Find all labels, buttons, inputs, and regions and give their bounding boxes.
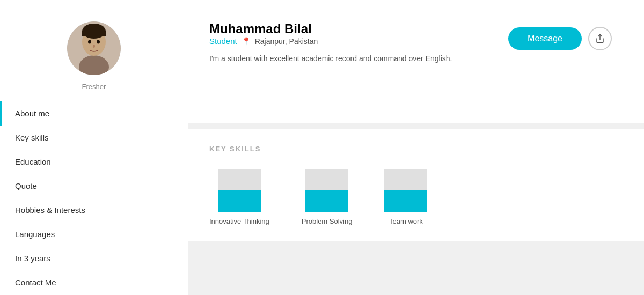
- skill-fill-problem: [305, 190, 348, 212]
- skill-bar-problem: [305, 169, 348, 212]
- skills-grid: Innovative Thinking Problem Solving Team…: [209, 169, 623, 225]
- skill-fill-teamwork: [384, 190, 427, 212]
- profile-info: Muhammad Bilal Student 📍 Rajanpur, Pakis…: [209, 21, 452, 64]
- svg-point-5: [88, 40, 91, 44]
- main-content: Muhammad Bilal Student 📍 Rajanpur, Pakis…: [188, 0, 644, 295]
- svg-rect-4: [82, 31, 106, 36]
- profile-actions: Message: [508, 27, 612, 50]
- skill-item-teamwork: Team work: [384, 169, 427, 225]
- message-button[interactable]: Message: [508, 27, 582, 50]
- profile-name: Muhammad Bilal: [209, 21, 452, 36]
- sidebar-item-hobbies[interactable]: Hobbies & Interests: [0, 198, 188, 222]
- skill-label-innovative: Innovative Thinking: [209, 217, 269, 225]
- skill-item-problem-solving: Problem Solving: [302, 169, 353, 225]
- sidebar-item-about-me[interactable]: About me: [0, 101, 188, 126]
- sidebar-item-education[interactable]: Education: [0, 150, 188, 174]
- fresher-badge: Fresher: [82, 83, 106, 91]
- sidebar-item-key-skills[interactable]: Key skills: [0, 126, 188, 150]
- profile-bio: I'm a student with excellent academic re…: [209, 53, 452, 64]
- skill-fill-innovative: [218, 190, 261, 212]
- share-button[interactable]: [588, 27, 612, 50]
- sidebar-item-contact[interactable]: Contact Me: [0, 270, 188, 294]
- location-icon: 📍: [241, 37, 251, 46]
- skills-section-title: KEY SKILLS: [209, 145, 623, 153]
- skill-bar-innovative: [218, 169, 261, 212]
- avatar: [67, 21, 121, 75]
- profile-section: Muhammad Bilal Student 📍 Rajanpur, Pakis…: [188, 0, 644, 123]
- svg-point-6: [97, 40, 100, 44]
- sidebar-item-quote[interactable]: Quote: [0, 174, 188, 198]
- profile-location: Rajanpur, Pakistan: [255, 37, 318, 46]
- skill-label-teamwork: Team work: [389, 217, 423, 225]
- skill-item-innovative-thinking: Innovative Thinking: [209, 169, 269, 225]
- sidebar-item-in-3-years[interactable]: In 3 years: [0, 246, 188, 270]
- svg-point-7: [93, 45, 95, 48]
- sidebar-nav: About me Key skills Education Quote Hobb…: [0, 101, 188, 294]
- sidebar-item-languages[interactable]: Languages: [0, 222, 188, 246]
- share-icon: [595, 34, 605, 43]
- profile-subtitle: Student 📍 Rajanpur, Pakistan: [209, 36, 452, 46]
- sidebar: Fresher About me Key skills Education Qu…: [0, 0, 188, 295]
- skills-section: KEY SKILLS Innovative Thinking Problem S…: [188, 129, 644, 241]
- skill-label-problem: Problem Solving: [302, 217, 353, 225]
- skill-bar-teamwork: [384, 169, 427, 212]
- profile-role: Student: [209, 36, 237, 46]
